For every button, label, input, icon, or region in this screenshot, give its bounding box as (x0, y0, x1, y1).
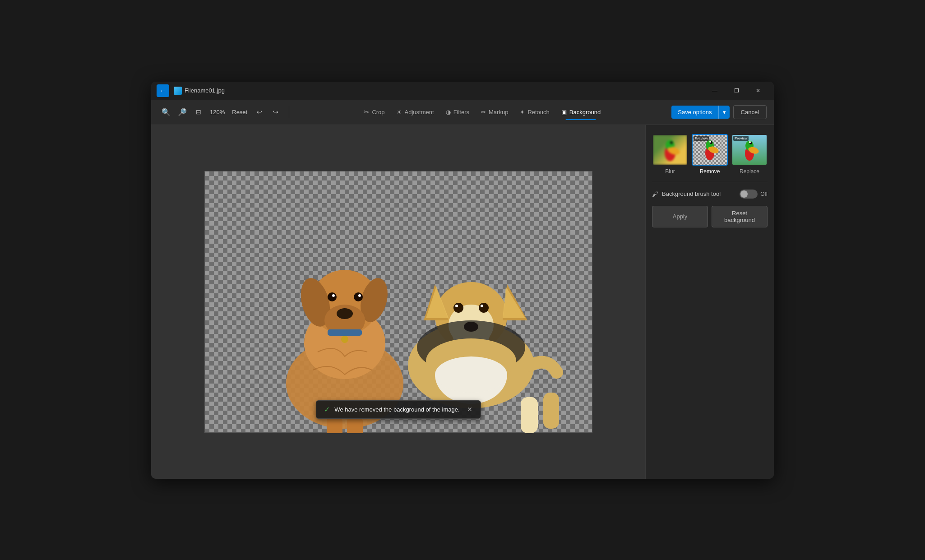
panel-thumbnails: Blur (646, 125, 774, 182)
undo-icon: ↩ (257, 108, 262, 116)
replace-thumb-frame (731, 134, 768, 166)
crop-icon: ✂ (364, 108, 369, 116)
svg-point-27 (455, 305, 458, 307)
svg-rect-34 (543, 393, 559, 429)
brush-tool-row: 🖌 Background brush tool Off (652, 190, 768, 199)
svg-point-25 (453, 303, 463, 313)
minimize-button[interactable]: — (704, 83, 725, 98)
background-label: Background (569, 109, 601, 116)
check-icon: ✓ (324, 405, 330, 414)
remove-preview (693, 135, 727, 165)
svg-point-14 (341, 336, 348, 343)
toast-message: We have removed the background of the im… (334, 406, 459, 413)
redo-icon: ↪ (273, 108, 278, 116)
blur-thumb-item[interactable]: Blur (652, 134, 688, 175)
crop-tool-button[interactable]: ✂ Crop (358, 106, 390, 118)
save-options-button[interactable]: Save options (671, 106, 718, 119)
blur-preview (653, 135, 687, 165)
zoom-in-icon: 🔍 (162, 108, 171, 116)
window-controls: — ❐ ✕ (704, 83, 768, 98)
markup-tool-button[interactable]: ✏ Markup (476, 106, 513, 118)
app-icon (174, 87, 182, 95)
svg-point-9 (332, 294, 335, 297)
apply-button[interactable]: Apply (652, 206, 708, 227)
undo-button[interactable]: ↩ (252, 104, 267, 120)
svg-point-26 (479, 303, 489, 313)
filters-label: Filters (453, 109, 469, 116)
toolbar-separator (289, 106, 289, 118)
redo-button[interactable]: ↪ (268, 104, 283, 120)
markup-icon: ✏ (481, 109, 486, 116)
fit-button[interactable]: ⊟ (191, 104, 206, 120)
adjustment-label: Adjustment (405, 109, 434, 116)
blur-thumb-label: Blur (665, 168, 675, 175)
svg-rect-33 (521, 397, 538, 433)
save-options-dropdown-button[interactable]: ▾ (719, 106, 730, 119)
adjustment-tool-button[interactable]: ☀ Adjustment (391, 106, 439, 118)
replace-preview (732, 135, 767, 165)
remove-thumb-label: Remove (700, 168, 720, 175)
svg-point-45 (709, 141, 711, 143)
filters-icon: ◑ (446, 109, 451, 116)
retouch-tool-button[interactable]: ✦ Retouch (514, 106, 555, 118)
svg-point-38 (666, 140, 674, 148)
cancel-button[interactable]: Cancel (733, 105, 767, 119)
save-options-wrapper: Save options ▾ (671, 106, 729, 119)
back-button[interactable]: ← (157, 84, 169, 97)
replace-thumb-item[interactable]: Replace (731, 134, 768, 175)
background-icon: ▣ (561, 109, 567, 116)
retouch-icon: ✦ (520, 109, 525, 116)
maximize-button[interactable]: ❐ (726, 83, 747, 98)
toolbar-left: 🔍 🔍 ⊟ 120% Reset ↩ ↪ (158, 104, 283, 120)
panel-section: 🖌 Background brush tool Off Apply Reset … (646, 182, 774, 235)
remove-thumb-frame (692, 134, 728, 166)
zoom-value: 120% (207, 109, 227, 116)
canvas-area: ✓ We have removed the background of the … (151, 125, 645, 479)
markup-label: Markup (489, 109, 508, 116)
notification-toast: ✓ We have removed the background of the … (315, 400, 481, 419)
toolbar: 🔍 🔍 ⊟ 120% Reset ↩ ↪ ✂ Crop ☀ (151, 100, 774, 125)
svg-point-32 (435, 356, 507, 393)
reset-button[interactable]: Reset (228, 107, 251, 117)
svg-point-51 (749, 141, 751, 143)
filters-tool-button[interactable]: ◑ Filters (440, 106, 475, 118)
toggle-switch[interactable] (740, 190, 758, 199)
zoom-in-button[interactable]: 🔍 (158, 104, 174, 120)
svg-rect-13 (328, 329, 362, 336)
toolbar-center: ✂ Crop ☀ Adjustment ◑ Filters ✏ Markup ✦… (295, 106, 670, 118)
zoom-out-icon: 🔍 (178, 108, 187, 116)
titlebar: ← Filename01.jpg — ❐ ✕ (151, 82, 774, 100)
svg-point-8 (354, 292, 363, 301)
main-window: ← Filename01.jpg — ❐ ✕ 🔍 🔍 ⊟ 120% Reset … (151, 82, 774, 479)
replace-thumb-label: Replace (740, 168, 759, 175)
window-title: Filename01.jpg (185, 87, 704, 94)
svg-point-28 (481, 305, 483, 307)
right-panel: Blur (645, 125, 774, 479)
brush-tool-label: Background brush tool (662, 190, 736, 197)
toggle-state-label: Off (760, 191, 768, 197)
svg-point-7 (328, 292, 337, 301)
image-canvas: ✓ We have removed the background of the … (204, 171, 592, 433)
retouch-label: Retouch (527, 109, 549, 116)
close-button[interactable]: ✕ (748, 83, 768, 98)
adjustment-icon: ☀ (397, 109, 402, 116)
svg-point-6 (337, 308, 353, 319)
svg-marker-22 (503, 287, 525, 318)
background-tool-button[interactable]: ▣ Background (556, 106, 606, 118)
svg-point-10 (358, 294, 361, 297)
dogs-image (205, 171, 593, 433)
toolbar-right: Save options ▾ Cancel (671, 105, 767, 119)
panel-actions: Apply Reset background (652, 206, 768, 227)
brush-icon: 🖌 (652, 190, 658, 198)
zoom-out-button[interactable]: 🔍 (175, 104, 190, 120)
toggle-control[interactable]: Off (740, 190, 768, 199)
svg-point-39 (670, 141, 673, 144)
blur-thumb-frame (652, 134, 688, 166)
toast-close-button[interactable]: ✕ (467, 406, 472, 413)
crop-label: Crop (372, 109, 384, 116)
chevron-down-icon: ▾ (723, 109, 726, 116)
fit-icon: ⊟ (196, 108, 201, 116)
back-icon: ← (160, 87, 166, 94)
remove-thumb-item[interactable]: Remove (692, 134, 728, 175)
reset-background-button[interactable]: Reset background (712, 206, 768, 227)
